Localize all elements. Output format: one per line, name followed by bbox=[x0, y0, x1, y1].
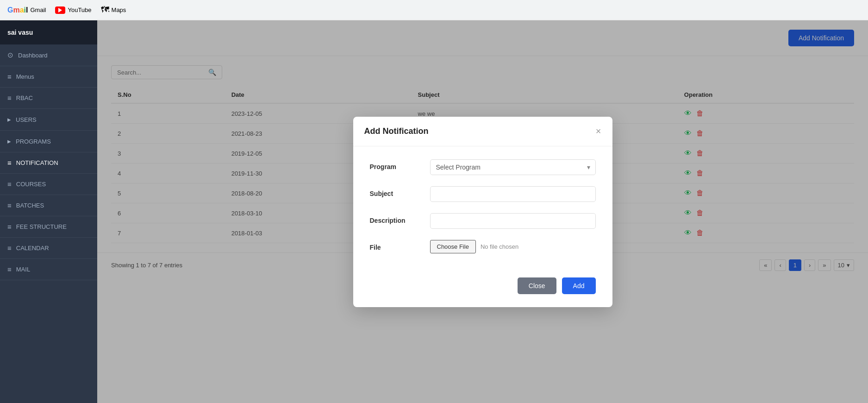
subject-label: Subject bbox=[370, 186, 421, 197]
modal-overlay: Add Notification × Program Select Progra… bbox=[97, 20, 868, 403]
youtube-app[interactable]: YouTube bbox=[55, 6, 91, 14]
sidebar-item-calendar[interactable]: ≡ CALENDAR bbox=[0, 238, 97, 259]
modal-add-btn[interactable]: Add bbox=[562, 277, 596, 294]
maps-icon: 🗺 bbox=[101, 5, 109, 15]
youtube-icon bbox=[55, 6, 65, 14]
choose-file-button[interactable]: Choose File bbox=[430, 240, 476, 253]
gmail-label: Gmail bbox=[31, 6, 46, 13]
courses-icon: ≡ bbox=[7, 180, 12, 188]
sidebar-item-label: Dashboard bbox=[18, 52, 48, 59]
calendar-icon: ≡ bbox=[7, 244, 12, 252]
program-row: Program Select Program ▾ bbox=[370, 159, 596, 175]
sidebar-item-label: RBAC bbox=[16, 94, 33, 101]
notification-icon: ≡ bbox=[7, 159, 12, 167]
no-file-text: No file chosen bbox=[481, 243, 518, 250]
sidebar-item-label: BATCHES bbox=[16, 202, 44, 209]
subject-input[interactable] bbox=[430, 186, 596, 202]
modal-header: Add Notification × bbox=[353, 117, 612, 146]
sidebar-user: sai vasu bbox=[0, 20, 97, 44]
sidebar-item-mail[interactable]: ≡ MAIL bbox=[0, 259, 97, 280]
modal-close-btn[interactable]: Close bbox=[518, 277, 556, 294]
sidebar: sai vasu ⊙ Dashboard ≡ Menus ≡ RBAC ▸ US… bbox=[0, 20, 97, 403]
programs-icon: ▸ bbox=[7, 137, 11, 145]
description-control bbox=[430, 213, 596, 229]
fee-structure-icon: ≡ bbox=[7, 223, 12, 231]
sidebar-item-label: PROGRAMS bbox=[16, 138, 51, 145]
modal-close-button[interactable]: × bbox=[596, 126, 601, 137]
users-icon: ▸ bbox=[7, 115, 11, 124]
file-label: File bbox=[370, 240, 421, 251]
gmail-app[interactable]: Gmail Gmail bbox=[7, 6, 46, 14]
file-control: Choose File No file chosen bbox=[430, 240, 596, 253]
modal-title: Add Notification bbox=[364, 126, 429, 136]
program-select[interactable]: Select Program bbox=[430, 159, 596, 175]
sidebar-item-label: FEE STRUCTURE bbox=[16, 223, 67, 230]
sidebar-item-label: COURSES bbox=[16, 181, 46, 188]
sidebar-item-users[interactable]: ▸ USERS bbox=[0, 109, 97, 131]
file-row: File Choose File No file chosen bbox=[370, 240, 596, 253]
add-notification-modal: Add Notification × Program Select Progra… bbox=[353, 117, 612, 307]
batches-icon: ≡ bbox=[7, 202, 12, 209]
dashboard-icon: ⊙ bbox=[7, 51, 13, 59]
file-input-wrapper: Choose File No file chosen bbox=[430, 240, 596, 253]
description-label: Description bbox=[370, 213, 421, 224]
menus-icon: ≡ bbox=[7, 73, 12, 81]
sidebar-item-fee-structure[interactable]: ≡ FEE STRUCTURE bbox=[0, 216, 97, 238]
program-select-wrapper: Select Program ▾ bbox=[430, 159, 596, 175]
sidebar-item-label: MAIL bbox=[16, 266, 30, 273]
description-row: Description bbox=[370, 213, 596, 229]
sidebar-item-label: USERS bbox=[16, 116, 37, 123]
sidebar-item-rbac[interactable]: ≡ RBAC bbox=[0, 88, 97, 109]
subject-control bbox=[430, 186, 596, 202]
subject-row: Subject bbox=[370, 186, 596, 202]
sidebar-item-label: Menus bbox=[16, 73, 34, 80]
modal-footer: Close Add bbox=[353, 277, 612, 307]
rbac-icon: ≡ bbox=[7, 94, 12, 102]
sidebar-item-dashboard[interactable]: ⊙ Dashboard bbox=[0, 44, 97, 66]
content-area: Add Notification 🔍 S.No Date Subject Ope… bbox=[97, 20, 868, 403]
sidebar-item-menus[interactable]: ≡ Menus bbox=[0, 66, 97, 88]
browser-bar: Gmail Gmail YouTube 🗺 Maps bbox=[0, 0, 868, 20]
program-label: Program bbox=[370, 159, 421, 170]
program-control: Select Program ▾ bbox=[430, 159, 596, 175]
description-input[interactable] bbox=[430, 213, 596, 229]
sidebar-item-programs[interactable]: ▸ PROGRAMS bbox=[0, 131, 97, 152]
sidebar-item-label: CALENDAR bbox=[16, 245, 49, 252]
sidebar-item-courses[interactable]: ≡ COURSES bbox=[0, 174, 97, 195]
modal-body: Program Select Program ▾ Subjec bbox=[353, 146, 612, 277]
sidebar-item-notification[interactable]: ≡ NOTIFICATION bbox=[0, 152, 97, 174]
mail-icon: ≡ bbox=[7, 265, 12, 273]
sidebar-item-label: NOTIFICATION bbox=[16, 159, 58, 166]
sidebar-item-batches[interactable]: ≡ BATCHES bbox=[0, 195, 97, 216]
gmail-icon: Gmail bbox=[7, 6, 28, 14]
maps-app[interactable]: 🗺 Maps bbox=[101, 5, 126, 15]
youtube-label: YouTube bbox=[68, 6, 91, 13]
maps-label: Maps bbox=[112, 6, 126, 13]
